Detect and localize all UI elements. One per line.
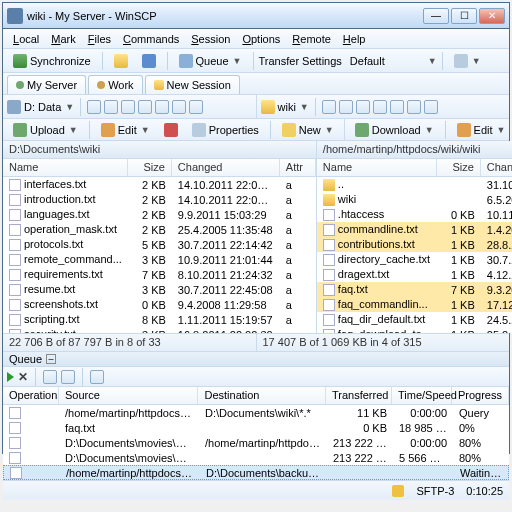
file-row[interactable]: ..31.10.2011 23:03:09rwxr-xr-x xyxy=(317,177,512,192)
file-row[interactable]: introduction.txt2 KB14.10.2011 22:01:26a xyxy=(3,192,316,207)
queue-row[interactable]: D:\Documents\movies\Movi...213 222 KB5 5… xyxy=(3,450,509,465)
nav-fwd-remote[interactable] xyxy=(339,100,353,114)
download-button[interactable]: Download▼ xyxy=(349,121,440,139)
maximize-button[interactable]: ☐ xyxy=(451,8,477,24)
menu-help[interactable]: Help xyxy=(337,33,372,45)
nav-up-remote[interactable] xyxy=(356,100,370,114)
remote-file-list[interactable]: ..31.10.2011 23:03:09rwxr-xr-xwiki6.5.20… xyxy=(317,177,512,333)
queue-row[interactable]: /home/martinp/httpdocs/wik...D:\Document… xyxy=(3,405,509,420)
nav-home-local[interactable] xyxy=(138,100,152,114)
queue-action1[interactable] xyxy=(43,370,57,384)
file-row[interactable]: commandline.txt1 KB1.4.2012 11:53:47rw-r… xyxy=(317,222,512,237)
nav-tree-remote[interactable] xyxy=(424,100,438,114)
queue-header[interactable]: Queue – xyxy=(3,351,509,367)
check-button[interactable] xyxy=(136,52,162,70)
close-button[interactable]: ✕ xyxy=(479,8,505,24)
nav-fwd-local[interactable] xyxy=(104,100,118,114)
queue-list[interactable]: /home/martinp/httpdocs/wik...D:\Document… xyxy=(3,405,509,480)
col-size[interactable]: Size xyxy=(128,159,172,176)
col-name[interactable]: Name xyxy=(3,159,128,176)
edit-local-button[interactable]: Edit▼ xyxy=(95,121,156,139)
file-row[interactable]: faq_dir_default.txt1 KB24.5.2011 11:17:2… xyxy=(317,312,512,327)
queue-action2[interactable] xyxy=(61,370,75,384)
nav-tree-local[interactable] xyxy=(189,100,203,114)
delete-local-button[interactable] xyxy=(158,121,184,139)
qcol-destination[interactable]: Destination xyxy=(198,387,326,404)
col-name[interactable]: Name xyxy=(317,159,437,176)
menubar: Local Mark Files Commands Session Option… xyxy=(3,29,509,49)
file-row[interactable]: screenshots.txt0 KB9.4.2008 11:29:58a xyxy=(3,297,316,312)
menu-session[interactable]: Session xyxy=(185,33,236,45)
queue-collapse-icon[interactable]: – xyxy=(46,354,56,364)
local-drive-select[interactable]: D: Data xyxy=(24,101,61,113)
file-row[interactable]: wiki6.5.2012 21:36:46rwxr-xr-x xyxy=(317,192,512,207)
menu-options[interactable]: Options xyxy=(236,33,286,45)
file-row[interactable]: .htaccess0 KB10.11.2004 21:46:46rw-r--r-… xyxy=(317,207,512,222)
queue-row[interactable]: /home/martinp/httpdocs/for...D:\Document… xyxy=(3,465,509,480)
queue-play-icon[interactable] xyxy=(7,372,14,382)
transfer-settings-value[interactable]: Default xyxy=(344,55,425,67)
nav-refresh-local[interactable] xyxy=(155,100,169,114)
queue-row[interactable]: faq.txt0 KB18 985 B/s0% xyxy=(3,420,509,435)
menu-commands[interactable]: Commands xyxy=(117,33,185,45)
menu-local[interactable]: Local xyxy=(7,33,45,45)
nav-back-remote[interactable] xyxy=(322,100,336,114)
menu-mark[interactable]: Mark xyxy=(45,33,81,45)
tab-new-session[interactable]: New Session xyxy=(145,75,240,94)
minimize-button[interactable]: — xyxy=(423,8,449,24)
session-tabs: My Server Work New Session xyxy=(3,73,509,95)
col-changed[interactable]: Changed xyxy=(481,159,512,176)
qcol-timespeed[interactable]: Time/Speed xyxy=(392,387,452,404)
file-row[interactable]: scripting.txt8 KB1.11.2011 15:19:57a xyxy=(3,312,316,327)
file-row[interactable]: interfaces.txt2 KB14.10.2011 22:02:00a xyxy=(3,177,316,192)
settings-button[interactable]: ▼ xyxy=(448,52,487,70)
nav-back-local[interactable] xyxy=(87,100,101,114)
file-row[interactable]: resume.txt3 KB30.7.2011 22:45:08a xyxy=(3,282,316,297)
file-row[interactable]: faq_download_te...1 KB25.2.2011 18:54:30… xyxy=(317,327,512,333)
qcol-operation[interactable]: Operation xyxy=(3,387,59,404)
upload-button[interactable]: Upload▼ xyxy=(7,121,84,139)
menu-files[interactable]: Files xyxy=(82,33,117,45)
tab-my-server[interactable]: My Server xyxy=(7,75,86,94)
remote-path[interactable]: /home/martinp/httpdocs/wiki/wiki xyxy=(317,141,512,159)
synchronize-button[interactable]: Synchronize xyxy=(7,52,97,70)
nav-up-local[interactable] xyxy=(121,100,135,114)
nav-find-local[interactable] xyxy=(172,100,186,114)
qcol-transferred[interactable]: Transferred xyxy=(326,387,392,404)
file-row[interactable]: faq_commandlin...1 KB17.12.2004 11:45:36… xyxy=(317,297,512,312)
file-row[interactable]: operation_mask.txt2 KB25.4.2005 11:35:48… xyxy=(3,222,316,237)
col-changed[interactable]: Changed xyxy=(172,159,280,176)
qcol-progress[interactable]: Progress xyxy=(452,387,509,404)
queue-row[interactable]: D:\Documents\movies\Movi.../home/martinp… xyxy=(3,435,509,450)
nav-refresh-remote[interactable] xyxy=(390,100,404,114)
col-size[interactable]: Size xyxy=(437,159,481,176)
browse-button[interactable] xyxy=(108,52,134,70)
nav-home-remote[interactable] xyxy=(373,100,387,114)
queue-action3[interactable] xyxy=(90,370,104,384)
properties-icon xyxy=(192,123,206,137)
file-row[interactable]: dragext.txt1 KB4.12.2012 22:19:32rw-r--r… xyxy=(317,267,512,282)
file-row[interactable]: security.txt3 KB16.8.2011 22:02:30a xyxy=(3,327,316,333)
local-file-list[interactable]: interfaces.txt2 KB14.10.2011 22:02:00ain… xyxy=(3,177,316,333)
qcol-source[interactable]: Source xyxy=(59,387,198,404)
transfer-settings-label: Transfer Settings xyxy=(259,55,342,67)
nav-find-remote[interactable] xyxy=(407,100,421,114)
file-row[interactable]: remote_command...3 KB10.9.2011 21:01:44a xyxy=(3,252,316,267)
file-row[interactable]: requirements.txt7 KB8.10.2011 21:24:32a xyxy=(3,267,316,282)
menu-remote[interactable]: Remote xyxy=(286,33,337,45)
file-row[interactable]: languages.txt2 KB9.9.2011 15:03:29a xyxy=(3,207,316,222)
queue-button[interactable]: Queue▼ xyxy=(173,52,248,70)
properties-local-button[interactable]: Properties xyxy=(186,121,265,139)
remote-drive-select[interactable]: wiki xyxy=(278,101,296,113)
col-attr[interactable]: Attr xyxy=(280,159,316,176)
tab-work[interactable]: Work xyxy=(88,75,142,94)
titlebar[interactable]: wiki - My Server - WinSCP — ☐ ✕ xyxy=(3,3,509,29)
edit-remote-button[interactable]: Edit▼ xyxy=(451,121,512,139)
file-row[interactable]: protocols.txt5 KB30.7.2011 22:14:42a xyxy=(3,237,316,252)
local-path[interactable]: D:\Documents\wiki xyxy=(3,141,316,159)
file-row[interactable]: contributions.txt1 KB28.8.2011 7:14:44rw… xyxy=(317,237,512,252)
new-local-button[interactable]: New▼ xyxy=(276,121,340,139)
file-row[interactable]: faq.txt7 KB9.3.2012 9:09:44rw-r--r-- xyxy=(317,282,512,297)
file-row[interactable]: directory_cache.txt1 KB30.7.2011 22:24:5… xyxy=(317,252,512,267)
queue-stop-icon[interactable]: ✕ xyxy=(18,370,28,384)
